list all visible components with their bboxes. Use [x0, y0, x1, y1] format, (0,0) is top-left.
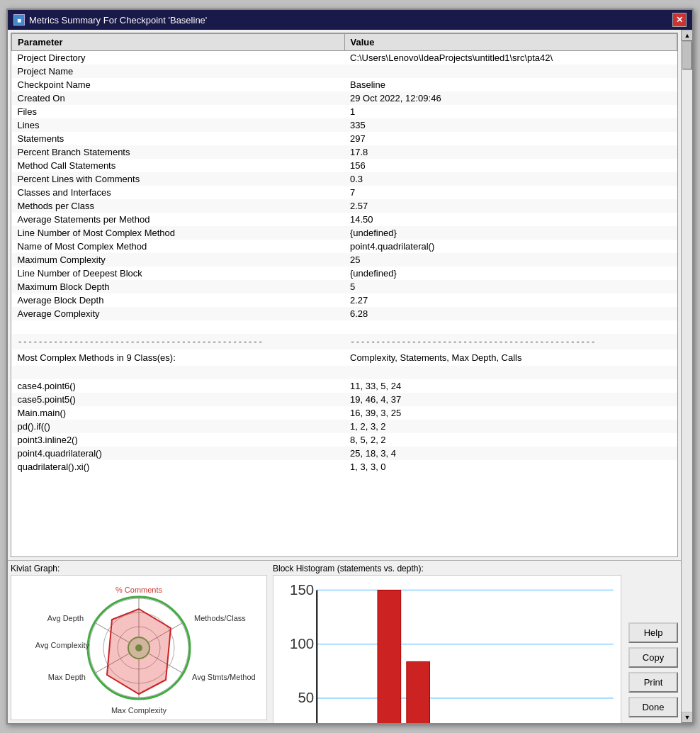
- value-cell: 0.3: [344, 172, 677, 186]
- close-button[interactable]: ✕: [672, 13, 687, 27]
- svg-marker-14: [107, 609, 171, 694]
- method-row: point3.inline2()8, 5, 2, 2: [12, 433, 677, 447]
- table-row: Project DirectoryC:\Users\Lenovo\IdeaPro…: [12, 51, 677, 65]
- method-row: quadrilateral().xi()1, 3, 3, 0: [12, 460, 677, 474]
- kiviat-label: Kiviat Graph:: [11, 564, 267, 573]
- done-button[interactable]: Done: [628, 697, 678, 717]
- scrollbar[interactable]: ▲ ▼: [681, 30, 692, 723]
- svg-text:Avg Complexity: Avg Complexity: [35, 641, 90, 649]
- scroll-up-button[interactable]: ▲: [682, 30, 692, 41]
- table-row: Created On29 Oct 2022, 12:09:46: [12, 91, 677, 105]
- svg-text:Max Depth: Max Depth: [48, 673, 86, 681]
- table-row: Average Block Depth2.27: [12, 293, 677, 307]
- table-row: Statements297: [12, 132, 677, 145]
- histogram-section: Block Histogram (statements vs. depth):: [270, 561, 624, 723]
- histogram-canvas: 150 100 50 0: [273, 575, 621, 723]
- param-cell: Average Complexity: [12, 307, 345, 320]
- empty-cell: [344, 320, 677, 334]
- print-button[interactable]: Print: [628, 672, 678, 693]
- param-cell: Checkpoint Name: [12, 78, 345, 91]
- separator-cell: ----------------------------------------…: [12, 334, 345, 349]
- value-cell: 17.8: [344, 145, 677, 159]
- metrics-table: Parameter Value Project DirectoryC:\User…: [11, 33, 677, 474]
- separator-cell: ----------------------------------------…: [344, 334, 677, 349]
- table-row: Percent Lines with Comments0.3: [12, 172, 677, 186]
- table-row: Average Statements per Method14.50: [12, 213, 677, 226]
- value-cell: 5: [344, 280, 677, 293]
- section-header-value: Complexity, Statements, Max Depth, Calls: [344, 349, 677, 366]
- param-cell: Method Call Statements: [12, 159, 345, 172]
- method-value-cell: 16, 39, 3, 25: [344, 406, 677, 420]
- svg-rect-22: [273, 576, 621, 723]
- method-value-cell: 11, 33, 5, 24: [344, 379, 677, 393]
- bottom-panel: Kiviat Graph:: [8, 560, 681, 723]
- separator-row: ----------------------------------------…: [12, 334, 677, 349]
- value-cell: 14.50: [344, 213, 677, 226]
- method-value-cell: 19, 46, 4, 37: [344, 393, 677, 406]
- scroll-down-button[interactable]: ▼: [682, 712, 692, 723]
- method-name-cell: Main.main(): [12, 406, 345, 420]
- method-value-cell: 25, 18, 3, 4: [344, 447, 677, 460]
- svg-rect-36: [407, 661, 430, 723]
- param-cell: Line Number of Deepest Block: [12, 267, 345, 280]
- value-cell: {undefined}: [344, 226, 677, 240]
- table-row: Files1: [12, 105, 677, 118]
- scroll-thumb[interactable]: [682, 41, 692, 69]
- value-cell: 297: [344, 132, 677, 145]
- param-cell: Files: [12, 105, 345, 118]
- param-cell: Classes and Interfaces: [12, 186, 345, 199]
- copy-button[interactable]: Copy: [628, 647, 678, 668]
- param-cell: Name of Most Complex Method: [12, 240, 345, 253]
- value-cell: 2.57: [344, 199, 677, 213]
- value-cell: 6.28: [344, 307, 677, 320]
- param-cell: Project Name: [12, 65, 345, 78]
- param-cell: Statements: [12, 132, 345, 145]
- param-cell: Percent Branch Statements: [12, 145, 345, 159]
- table-header-row: Parameter Value: [12, 34, 677, 51]
- value-cell: 25: [344, 253, 677, 267]
- table-row: Average Complexity6.28: [12, 307, 677, 320]
- empty-cell: [12, 320, 345, 334]
- section-header-row: Most Complex Methods in 9 Class(es):Comp…: [12, 349, 677, 366]
- histogram-svg: 150 100 50 0: [273, 576, 621, 723]
- param-cell: Line Number of Most Complex Method: [12, 226, 345, 240]
- content-area: Parameter Value Project DirectoryC:\User…: [8, 30, 692, 723]
- table-row: Maximum Complexity25: [12, 253, 677, 267]
- param-cell: Maximum Block Depth: [12, 280, 345, 293]
- metrics-table-area[interactable]: Parameter Value Project DirectoryC:\User…: [11, 33, 678, 557]
- method-name-cell: point3.inline2(): [12, 433, 345, 447]
- svg-text:50: 50: [298, 689, 314, 705]
- value-cell: 2.27: [344, 293, 677, 307]
- histogram-label: Block Histogram (statements vs. depth):: [273, 564, 621, 573]
- section-header-param: Most Complex Methods in 9 Class(es):: [12, 349, 345, 366]
- table-row: Checkpoint NameBaseline: [12, 78, 677, 91]
- value-cell: [344, 65, 677, 78]
- value-cell: 156: [344, 159, 677, 172]
- value-cell: 1: [344, 105, 677, 118]
- kiviat-svg: % Comments Methods/Class Avg Stmts/Metho…: [18, 577, 259, 719]
- main-window: ■ Metrics Summary For Checkpoint 'Baseli…: [6, 9, 694, 724]
- empty-row: [12, 366, 677, 379]
- svg-text:Avg Depth: Avg Depth: [47, 614, 84, 622]
- svg-rect-35: [378, 591, 401, 723]
- table-row: Name of Most Complex Methodpoint4.quadri…: [12, 240, 677, 253]
- method-value-cell: 8, 5, 2, 2: [344, 433, 677, 447]
- table-row: Line Number of Most Complex Method{undef…: [12, 226, 677, 240]
- scroll-track[interactable]: [682, 41, 692, 712]
- method-name-cell: pd().if((): [12, 420, 345, 433]
- svg-text:150: 150: [290, 581, 314, 598]
- col-parameter: Parameter: [12, 34, 345, 51]
- table-row: Lines335: [12, 118, 677, 132]
- param-cell: Average Statements per Method: [12, 213, 345, 226]
- table-row: Project Name: [12, 65, 677, 78]
- value-cell: 7: [344, 186, 677, 199]
- empty-row: [12, 320, 677, 334]
- method-value-cell: 1, 2, 3, 2: [344, 420, 677, 433]
- param-cell: Lines: [12, 118, 345, 132]
- method-row: Main.main()16, 39, 3, 25: [12, 406, 677, 420]
- value-cell: 335: [344, 118, 677, 132]
- table-row: Percent Branch Statements17.8: [12, 145, 677, 159]
- help-button[interactable]: Help: [628, 622, 678, 643]
- svg-text:Avg Stmts/Method: Avg Stmts/Method: [192, 673, 256, 681]
- value-cell: Baseline: [344, 78, 677, 91]
